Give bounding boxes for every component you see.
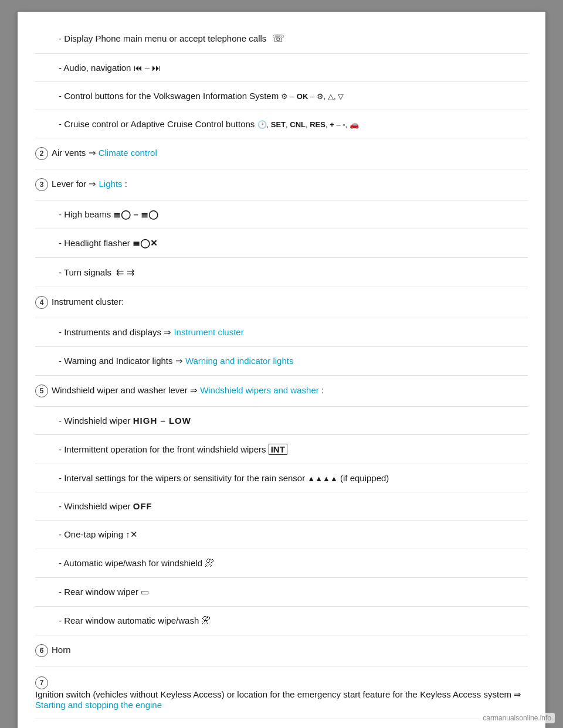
auto-wash-icon: ⛈	[205, 558, 214, 569]
row-wiper-lever: 5 Windshield wiper and washer lever ⇒ Wi…	[35, 376, 528, 407]
row-airbag-content: 8 Driver front airbag ⇒ Airbag system	[35, 724, 528, 728]
row-rear-auto: - Rear window automatic wipe/wash ⛈	[35, 607, 528, 635]
lights-link[interactable]: Lights	[99, 179, 123, 189]
air-vents-text: Air vents ⇒	[52, 148, 99, 158]
one-tap-icon: ↑✕	[126, 529, 138, 540]
row-vis-buttons: - Control buttons for the Volkswagen Inf…	[35, 82, 528, 110]
interval-text: - Interval settings for the wipers or se…	[59, 473, 307, 483]
horn-text: Horn	[52, 645, 71, 655]
rear-wiper-text: - Rear window wiper	[59, 587, 141, 597]
row-headlight-flasher-content: - Headlight flasher ≣◯✕	[59, 234, 528, 253]
dash: - Display Phone main menu or accept tele…	[59, 33, 266, 43]
row-rear-wiper: - Rear window wiper ▭	[35, 578, 528, 607]
circle-7: 7	[35, 676, 48, 689]
audio-nav-icons: ⏮ – ⏭	[134, 63, 161, 73]
row-air-vents-content: 2 Air vents ⇒ Climate control	[35, 143, 528, 164]
ignition-text: Ignition switch (vehicles without Keyles…	[35, 689, 524, 700]
wiper-high-low-icons: HIGH – LOW	[133, 416, 191, 426]
turn-signals-icons: ⇇ ⇉	[116, 267, 134, 278]
row-ignition: 7 Ignition switch (vehicles without Keyl…	[35, 666, 528, 719]
instrument-cluster-link[interactable]: Instrument cluster	[174, 327, 243, 337]
row-rear-wiper-content: - Rear window wiper ▭	[59, 583, 528, 601]
row-warning-lights-content: - Warning and Indicator lights ⇒ Warning…	[59, 352, 528, 370]
row-lever-lights-content: 3 Lever for ⇒ Lights :	[35, 174, 528, 195]
page: - Display Phone main menu or accept tele…	[18, 12, 545, 728]
row-high-beams-content: - High beams ≣◯ – ≣◯	[59, 205, 528, 224]
headlight-text: - Headlight flasher	[59, 238, 133, 248]
row-warning-lights: - Warning and Indicator lights ⇒ Warning…	[35, 347, 528, 376]
row-intermittent-content: - Intermittent operation for the front w…	[59, 440, 528, 459]
watermark: carmanualsonline.info	[479, 713, 555, 723]
windshield-wipers-link[interactable]: Windshield wipers and washer	[200, 385, 319, 395]
row-wiper-off: - Windshield wiper OFF	[35, 492, 528, 521]
turn-signals-text: - Turn signals	[59, 267, 116, 277]
lever-colon: :	[123, 179, 127, 189]
auto-wash-text: - Automatic wipe/wash for windshield	[59, 558, 205, 568]
rear-auto-icon: ⛈	[201, 615, 211, 626]
row-rear-auto-content: - Rear window automatic wipe/wash ⛈	[59, 611, 528, 630]
row-horn: 6 Horn	[35, 635, 528, 666]
high-beams-text: - High beams	[59, 209, 113, 219]
audio-nav-text: - Audio, navigation	[59, 63, 134, 73]
headlight-icon: ≣◯✕	[133, 238, 158, 249]
row-instruments-displays-content: - Instruments and displays ⇒ Instrument …	[59, 323, 528, 342]
row-auto-wash-content: - Automatic wipe/wash for windshield ⛈	[59, 554, 528, 573]
one-tap-text: - One-tap wiping	[59, 529, 126, 539]
row-turn-signals-content: - Turn signals ⇇ ⇉	[59, 263, 528, 282]
instruments-text: - Instruments and displays ⇒	[59, 327, 174, 338]
vis-text: - Control buttons for the Volkswagen Inf…	[59, 91, 281, 101]
rear-auto-text: - Rear window automatic wipe/wash	[59, 615, 201, 625]
row-instrument-cluster: 4 Instrument cluster:	[35, 287, 528, 318]
wiper-colon: :	[319, 385, 324, 395]
row-one-tap-content: - One-tap wiping ↑✕	[59, 525, 528, 544]
row-interval: - Interval settings for the wipers or se…	[35, 464, 528, 492]
row-instruments-displays: - Instruments and displays ⇒ Instrument …	[35, 318, 528, 347]
circle-3: 3	[35, 178, 48, 191]
rear-wiper-icon: ▭	[141, 587, 149, 597]
row-wiper-high-low: - Windshield wiper HIGH – LOW	[35, 407, 528, 435]
circle-2: 2	[35, 147, 48, 160]
row-lever-lights: 3 Lever for ⇒ Lights :	[35, 169, 528, 200]
int-icon: INT	[269, 444, 287, 455]
row-instrument-content: 4 Instrument cluster:	[35, 292, 528, 313]
intermittent-text: - Intermittent operation for the front w…	[59, 444, 269, 454]
row-cruise: - Cruise control or Adaptive Cruise Cont…	[35, 110, 528, 138]
row-display-phone: - Display Phone main menu or accept tele…	[35, 23, 528, 54]
row-wiper-high-low-content: - Windshield wiper HIGH – LOW	[59, 411, 528, 430]
interval-icons: ▲▲▲▲	[307, 474, 337, 483]
warning-lights-text: - Warning and Indicator lights ⇒	[59, 356, 185, 366]
row-one-tap: - One-tap wiping ↑✕	[35, 521, 528, 549]
starting-stopping-link[interactable]: Starting and stopping the engine	[35, 700, 162, 710]
row-interval-content: - Interval settings for the wipers or se…	[59, 469, 528, 487]
row-turn-signals: - Turn signals ⇇ ⇉	[35, 258, 528, 287]
row-high-beams: - High beams ≣◯ – ≣◯	[35, 200, 528, 229]
circle-5: 5	[35, 385, 48, 397]
wiper-off-text: - Windshield wiper	[59, 501, 133, 511]
row-display-phone-content: - Display Phone main menu or accept tele…	[59, 28, 528, 49]
row-audio-nav: - Audio, navigation ⏮ – ⏭	[35, 54, 528, 82]
cruise-text: - Cruise control or Adaptive Cruise Cont…	[59, 119, 257, 129]
row-audio-nav-content: - Audio, navigation ⏮ – ⏭	[59, 59, 528, 77]
row-intermittent: - Intermittent operation for the front w…	[35, 435, 528, 464]
wiper-high-low-text: - Windshield wiper	[59, 416, 133, 426]
instrument-text: Instrument cluster:	[52, 297, 124, 307]
row-wiper-off-content: - Windshield wiper OFF	[59, 497, 528, 515]
circle-4: 4	[35, 296, 48, 309]
lever-text: Lever for ⇒	[52, 179, 99, 189]
row-ignition-content: 7 Ignition switch (vehicles without Keyl…	[35, 671, 528, 714]
vis-icons: ⚙ – OK – ⚙, △, ▽	[281, 92, 344, 101]
row-headlight-flasher: - Headlight flasher ≣◯✕	[35, 229, 528, 258]
row-vis-content: - Control buttons for the Volkswagen Inf…	[59, 87, 528, 105]
row-wiper-lever-content: 5 Windshield wiper and washer lever ⇒ Wi…	[35, 380, 528, 402]
air-vents-link[interactable]: Climate control	[99, 148, 157, 158]
warning-indicator-link[interactable]: Warning and indicator lights	[185, 356, 294, 366]
wiper-lever-text: Windshield wiper and washer lever ⇒	[52, 385, 200, 396]
row-cruise-content: - Cruise control or Adaptive Cruise Cont…	[59, 115, 528, 133]
row-horn-content: 6 Horn	[35, 640, 528, 661]
circle-6: 6	[35, 644, 48, 657]
cruise-icons: 🕑, SET, CNL, RES, + – -, 🚗	[257, 120, 359, 129]
interval-suffix: (if equipped)	[338, 473, 389, 483]
row-airbag: 8 Driver front airbag ⇒ Airbag system	[35, 719, 528, 728]
off-icon: OFF	[133, 501, 152, 511]
row-air-vents: 2 Air vents ⇒ Climate control	[35, 138, 528, 169]
